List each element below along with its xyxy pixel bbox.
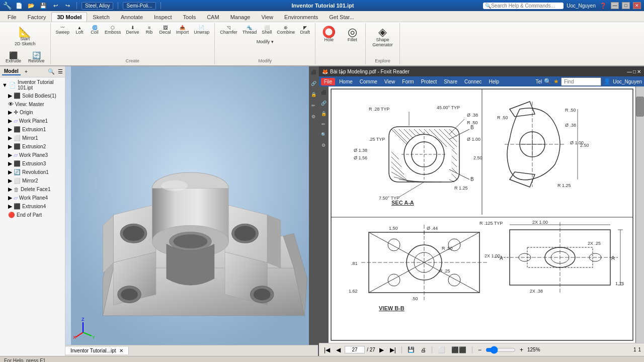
unwrap-button[interactable]: 📄 Unwrap — [192, 24, 211, 36]
pdf-strip-3[interactable]: 🔒 — [319, 110, 328, 118]
combine-button[interactable]: ⊕ Combine — [275, 24, 297, 36]
foxit-tab-view[interactable]: View — [381, 78, 398, 85]
tree-mirror2[interactable]: ▶ ⬜ Mirror2 — [0, 176, 65, 185]
strip-btn-4[interactable]: ✏ — [309, 102, 317, 110]
pdf-save-btn[interactable]: 💾 — [406, 346, 417, 353]
tree-view-master[interactable]: 👁 View: Master — [0, 100, 65, 108]
strip-btn-3[interactable]: 🔒 — [309, 90, 317, 99]
tree-extrusion1[interactable]: ▶ ⬛ Extrusion1 — [0, 125, 65, 134]
zoom-out-btn[interactable]: − — [476, 346, 484, 354]
foxit-user-icon[interactable]: 👤 — [603, 78, 611, 85]
filter-icon[interactable]: ☰ — [58, 68, 63, 75]
tab-tools[interactable]: Tools — [177, 12, 201, 22]
viewport-tab[interactable]: Inventor Tutorial...ipt ✕ — [65, 347, 129, 354]
loft-button[interactable]: ▲ Loft — [72, 24, 87, 36]
pdf-strip-6[interactable]: ⚙ — [319, 141, 328, 149]
chamfer-button[interactable]: ◹ Chamfer — [218, 24, 239, 36]
tab-factory[interactable]: Factory — [22, 12, 52, 22]
zoom-in-btn[interactable]: + — [518, 346, 525, 354]
start-2d-sketch-button[interactable]: 📐 Start2D Sketch — [11, 24, 39, 49]
modify-dropdown-button[interactable]: Modify ▾ — [254, 38, 276, 46]
rib-button[interactable]: ≡ Rib — [142, 24, 156, 36]
tab-inspect[interactable]: Inspect — [148, 12, 177, 22]
tab-getstarted[interactable]: Get Star... — [324, 12, 360, 22]
pdf-strip-5[interactable]: 🔍 — [319, 131, 328, 139]
pdf-strip-2[interactable]: 🔗 — [319, 99, 328, 107]
tree-work-plane1[interactable]: ▶ ▱ Work Plane1 — [0, 117, 65, 125]
tree-work-plane4[interactable]: ▶ ▱ Work Plane4 — [0, 194, 65, 202]
zoom-slider[interactable] — [486, 346, 516, 354]
pdf-fit-btn[interactable]: ⬜ — [436, 346, 447, 354]
quick-tool-undo[interactable]: ↩ — [51, 1, 60, 10]
tab-view[interactable]: View — [256, 12, 279, 22]
tab-cam[interactable]: CAM — [201, 12, 224, 22]
fillet-button[interactable]: ◎ Fillet — [342, 24, 362, 45]
tree-extrusion3[interactable]: ▶ ⬛ Extrusion3 — [0, 159, 65, 168]
derive-button[interactable]: ⬇ Derive — [124, 24, 141, 36]
foxit-tab-connect[interactable]: Connec — [461, 78, 485, 85]
tab-file[interactable]: File — [2, 12, 22, 22]
win-close[interactable]: ✕ — [633, 2, 641, 9]
emboss-button[interactable]: ⬡ Emboss — [103, 24, 123, 36]
tab-environments[interactable]: Environments — [279, 12, 324, 22]
shell-button[interactable]: ⬜ Shell — [260, 24, 274, 36]
tab-sketch[interactable]: Sketch — [87, 12, 115, 22]
strip-btn-1[interactable]: ⬛ — [309, 68, 317, 76]
tree-origin[interactable]: ▶ ✛ Origin — [0, 108, 65, 117]
draft-button[interactable]: ◤ Draft — [298, 24, 312, 36]
pdf-first-btn[interactable]: |◀ — [322, 346, 332, 354]
foxit-minimize[interactable]: — — [627, 69, 632, 74]
quick-tool-save[interactable]: 💾 — [39, 1, 48, 10]
coil-button[interactable]: 🌀 Coil — [88, 24, 102, 36]
viewport[interactable]: X Y Z Inventor Tutorial...ipt ✕ ⬛ 🔗 🔒 ✏ … — [65, 66, 318, 356]
tree-end-of-part[interactable]: 🔴 End of Part — [0, 211, 65, 219]
foxit-close[interactable]: ✕ — [637, 69, 641, 74]
finish-dropdown[interactable]: Semi-Poli... — [123, 2, 155, 10]
foxit-find-input[interactable] — [561, 77, 601, 86]
pdf-page-input[interactable] — [345, 346, 365, 353]
pdf-prev-btn[interactable]: ◀ — [334, 346, 343, 354]
win-minimize[interactable]: — — [611, 2, 619, 9]
foxit-tab-share[interactable]: Share — [441, 78, 460, 85]
import-button[interactable]: 📥 Import — [174, 24, 191, 36]
pdf-scrollbar[interactable] — [636, 86, 644, 343]
add-tab[interactable]: + — [23, 68, 30, 75]
strip-btn-5[interactable]: ⚙ — [309, 113, 317, 121]
tree-mirror1[interactable]: ▶ ⬜ Mirror1 — [0, 134, 65, 142]
extrude-button[interactable]: ⬛ Extrude — [3, 50, 24, 65]
search-input[interactable] — [491, 3, 561, 9]
foxit-search-icon[interactable]: 🔍 — [544, 78, 551, 85]
foxit-tab-help[interactable]: Help — [486, 78, 503, 85]
tree-item-root[interactable]: ▼ 📄 Inventor Tutorial 101.ipt — [0, 78, 65, 92]
pdf-print-btn[interactable]: 🖨 — [419, 346, 428, 353]
pdf-cols-btn[interactable]: ⬛⬛ — [449, 346, 468, 354]
foxit-tel-btn[interactable]: Tel — [535, 79, 542, 84]
pdf-strip-4[interactable]: ✏ — [319, 120, 328, 128]
sweep-button[interactable]: 〰 Sweep — [54, 24, 72, 36]
foxit-tab-comment[interactable]: Comme — [357, 78, 380, 85]
pdf-next-btn[interactable]: ▶ — [377, 346, 386, 354]
viewport-tab-close[interactable]: ✕ — [119, 348, 123, 353]
win-maximize[interactable]: □ — [622, 2, 630, 9]
tab-manage[interactable]: Manage — [225, 12, 256, 22]
foxit-tab-form[interactable]: Form — [399, 78, 417, 85]
strip-btn-2[interactable]: 🔗 — [309, 79, 317, 87]
foxit-maximize[interactable]: □ — [633, 69, 636, 74]
tree-solid-bodies[interactable]: ▶ ⬛ Solid Bodies(1) — [0, 92, 65, 100]
thread-button[interactable]: 🔩 Thread — [240, 24, 259, 36]
tree-work-plane3[interactable]: ▶ ▱ Work Plane3 — [0, 151, 65, 159]
tab-3dmodel[interactable]: 3D Model — [51, 12, 87, 22]
tree-revolution1[interactable]: ▶ 🔄 Revolution1 — [0, 168, 65, 176]
pdf-last-btn[interactable]: ▶| — [388, 346, 398, 354]
foxit-tab-home[interactable]: Home — [336, 78, 356, 85]
material-dropdown[interactable]: Steel, Alloy — [82, 2, 113, 10]
search-model-icon[interactable]: 🔍 — [48, 68, 55, 75]
help-icon[interactable]: ❓ — [599, 1, 608, 10]
decal-button[interactable]: 🖼 Decal — [157, 24, 173, 36]
shape-generator-button[interactable]: ◈ ShapeGenerator — [369, 24, 396, 50]
foxit-tab-file[interactable]: File — [321, 78, 335, 85]
pdf-strip-1[interactable]: ⬛ — [319, 88, 328, 97]
tab-annotate[interactable]: Annotate — [115, 12, 148, 22]
tree-extrusion2[interactable]: ▶ ⬛ Extrusion2 — [0, 142, 65, 151]
foxit-tab-protect[interactable]: Protect — [418, 78, 440, 85]
